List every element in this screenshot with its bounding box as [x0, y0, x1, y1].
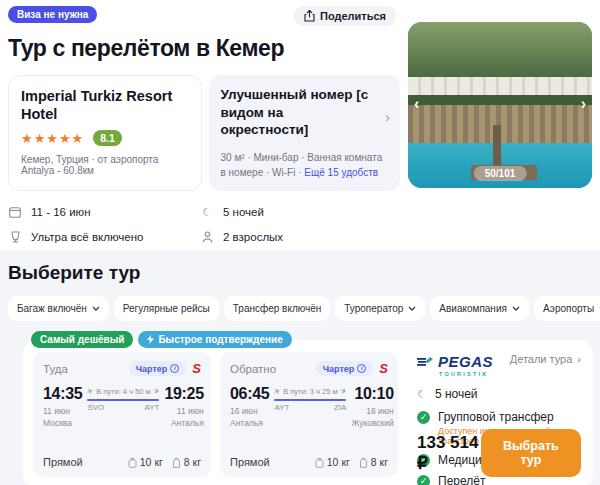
- share-button[interactable]: Поделиться: [294, 6, 396, 26]
- airline-logo-icon: S: [379, 361, 388, 376]
- flight-type: Прямой: [43, 456, 83, 468]
- tour-price: 133 514 ₽: [417, 433, 481, 474]
- outbound-flight: Туда Чартер i S 14:35 11 июн Москва: [33, 352, 211, 477]
- page-title: Тур с перелётом в Кемер: [8, 35, 400, 62]
- filter-transfer[interactable]: Трансфер включён: [224, 296, 331, 321]
- photo-trees: [408, 95, 592, 105]
- next-photo-icon[interactable]: ›: [581, 95, 586, 113]
- handbag-weight: 8 кг: [184, 456, 201, 468]
- baggage-allowance: 10 кг: [315, 456, 350, 468]
- info-icon: i: [357, 364, 366, 373]
- offer-nights: ☾ 5 ночей: [417, 387, 581, 401]
- operator-subname: TOURISTIK: [439, 371, 493, 377]
- departure-date: 11 июн: [43, 406, 82, 416]
- direction-label: Туда: [43, 363, 68, 375]
- flight-duration: В пути: 4 ч 50 м: [94, 387, 153, 396]
- offer-panel: PEGAS TOURISTIK Детали тура › ☾ 5 ночей …: [407, 352, 583, 477]
- baggage-weight: 10 кг: [327, 456, 350, 468]
- info-icon: i: [170, 364, 179, 373]
- charter-label: Чартер: [323, 364, 355, 374]
- flight-line: [87, 399, 159, 401]
- handbag-allowance: 8 кг: [359, 456, 388, 468]
- fast-confirm-badge: Быстрое подтверждение: [138, 331, 291, 348]
- departure-city: Москва: [43, 418, 82, 428]
- tour-details-link[interactable]: Детали тура ›: [510, 353, 581, 365]
- hotel-location: Кемер, Турция · от аэропорта Antalya - 6…: [21, 154, 189, 176]
- chevron-down-icon: [408, 306, 416, 311]
- tour-summary-section: Виза не нужна Поделиться Тур с перелётом…: [0, 0, 600, 250]
- suitcase-icon: [128, 457, 137, 468]
- hotel-name: Imperial Turkiz Resort Hotel: [21, 87, 189, 123]
- photo-hills: [408, 22, 592, 77]
- hotel-stars: ★★★★★: [21, 131, 84, 146]
- drink-icon: [8, 231, 22, 243]
- filter-operator[interactable]: Туроператор: [335, 296, 425, 321]
- filter-label: Трансфер включён: [233, 303, 322, 314]
- person-icon: [200, 231, 214, 243]
- select-tour-button[interactable]: Выбрать тур: [481, 429, 581, 477]
- flight-line: [274, 399, 346, 401]
- filter-chips: Багаж включён Регулярные рейсы Трансфер …: [8, 296, 592, 321]
- tour-offer-card: Самый дешёвый Быстрое подтверждение Туда…: [23, 340, 593, 485]
- tour-select-section: Выберите тур Багаж включён Регулярные ре…: [0, 250, 600, 485]
- charter-badge[interactable]: Чартер i: [316, 361, 374, 376]
- detail-nights-text: 5 ночей: [223, 206, 264, 218]
- departure-airport-code: AYT: [274, 403, 289, 412]
- operator-logo: PEGAS TOURISTIK: [417, 353, 493, 377]
- pegas-icon: [417, 356, 434, 368]
- detail-dates: 11 - 16 июн: [8, 206, 200, 219]
- prev-photo-icon[interactable]: ‹: [414, 95, 419, 113]
- flight-duration: В пути: 3 ч 25 м: [281, 387, 340, 396]
- baggage-allowance: 10 кг: [128, 456, 163, 468]
- arrival-city: Анталья: [164, 418, 203, 428]
- operator-name: PEGAS: [438, 353, 493, 370]
- filter-regular-flights[interactable]: Регулярные рейсы: [114, 296, 219, 321]
- detail-nights: ☾ 5 ночей: [200, 206, 400, 219]
- share-icon: [304, 10, 315, 22]
- hotel-photo[interactable]: ‹ › 50/101: [408, 22, 592, 188]
- arrival-time: 19:25: [164, 385, 203, 403]
- filter-baggage[interactable]: Багаж включён: [8, 296, 109, 321]
- filter-label: Авиакомпания: [439, 303, 507, 314]
- arrival-airport-code: AYT: [144, 403, 159, 412]
- departure-date: 16 июн: [230, 406, 269, 416]
- chevron-right-icon[interactable]: ›: [385, 109, 390, 125]
- section-title: Выберите тур: [8, 262, 592, 284]
- suitcase-icon: [315, 457, 324, 468]
- departure-city: Анталья: [230, 418, 269, 428]
- direction-label: Обратно: [230, 363, 276, 375]
- cheapest-badge: Самый дешёвый: [31, 331, 133, 348]
- departure-time: 14:35: [43, 385, 82, 403]
- filter-label: Аэропорты: [543, 303, 594, 314]
- filter-airline[interactable]: Авиакомпания: [430, 296, 529, 321]
- top-row: Виза не нужна Поделиться: [8, 6, 396, 26]
- return-flight: Обратно Чартер i S 06:45 16 июн Анталья: [220, 352, 398, 477]
- room-more-link[interactable]: Ещё 15 удобств: [304, 167, 378, 178]
- hotel-card[interactable]: Imperial Turkiz Resort Hotel ★★★★★ 8.1 К…: [8, 75, 202, 191]
- detail-meal: Ультра всё включено: [8, 231, 200, 243]
- arrival-city: Жуковский: [351, 418, 393, 428]
- filter-label: Туроператор: [344, 303, 403, 314]
- charter-badge[interactable]: Чартер i: [129, 361, 187, 376]
- handbag-weight: 8 кг: [371, 456, 388, 468]
- filter-label: Регулярные рейсы: [123, 303, 210, 314]
- room-features: 30 м² · Мини-бар · Ванная комната в номе…: [221, 150, 389, 180]
- moon-icon: ☾: [417, 388, 427, 401]
- offer-badges: Самый дешёвый Быстрое подтверждение: [31, 331, 292, 348]
- photo-hotel-building: [408, 77, 592, 95]
- detail-guests: 2 взрослых: [200, 231, 400, 243]
- hotel-rating-badge: 8.1: [93, 130, 122, 146]
- arrival-date: 16 июн: [351, 406, 393, 416]
- room-card[interactable]: Улучшенный номер [с видом на окрестности…: [209, 75, 401, 191]
- fast-confirm-label: Быстрое подтверждение: [158, 334, 282, 345]
- offer-nights-text: 5 ночей: [435, 387, 478, 401]
- filter-airports[interactable]: Аэропорты: [534, 296, 600, 321]
- departure-time: 06:45: [230, 385, 269, 403]
- include-label: Групповой трансфер: [438, 410, 554, 424]
- visa-badge: Виза не нужна: [8, 6, 97, 23]
- check-icon: ✓: [417, 411, 430, 424]
- arrival-airport-code: ZIA: [334, 403, 346, 412]
- airline-logo-icon: S: [192, 361, 201, 376]
- chevron-right-icon: ›: [577, 353, 581, 365]
- chevron-down-icon: [512, 306, 520, 311]
